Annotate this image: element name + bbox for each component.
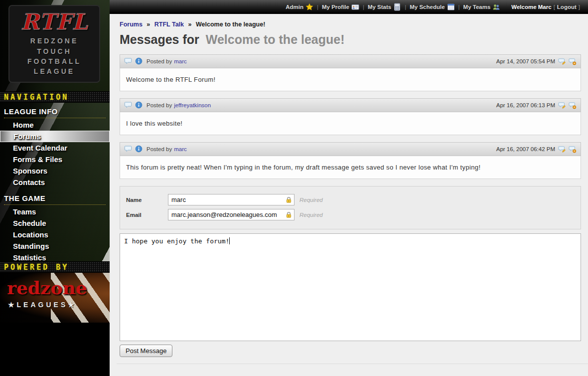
bottom-divider [117,364,588,364]
welcome-user-label: Welcome Marc [511,4,551,10]
footer: Various icons used from the Silk Icons l… [120,372,581,376]
email-label: Email [126,212,168,218]
message-date: Apr 16, 2007 06:42 PM [496,146,555,152]
edit-comment-icon[interactable] [558,57,566,65]
message-body: Welcome to the RTFL Forum! [120,68,581,91]
message-header: Posted by jeffreyatkinson Apr 16, 2007 0… [120,98,581,112]
breadcrumb-forums-link[interactable]: Forums [120,21,143,28]
post-message-button[interactable]: Post Message [120,345,172,357]
topbar-my-stats-link[interactable]: My Stats [368,3,401,11]
sidebar-item-forms-files[interactable]: Forms & Files [0,154,110,165]
sidebar-menu: LEAGUE INFO Home Forums Event Calendar F… [0,103,110,261]
sidebar: RTFL REDZONE TOUCH FOOTBALL LEAGUE NAVIG… [0,0,110,376]
message-textarea[interactable]: I hope you enjoy the forum! [120,233,581,341]
message-post: Posted by jeffreyatkinson Apr 16, 2007 0… [120,98,581,135]
main-content: Forums » RTFL Talk » Welcome to the leag… [110,14,588,376]
message-author-link[interactable]: jeffreyatkinson [174,102,211,108]
sidebar-filler [0,323,110,376]
navigation-led-header: NAVIGATION [0,91,110,103]
page-title: Messages for Welcome to the league! [120,32,581,47]
vcard-icon [351,3,359,11]
logo-line: TOUCH [27,46,81,56]
menu-header-the-game: THE GAME [4,193,106,205]
topbar-admin-link[interactable]: Admin [286,3,313,11]
calculator-icon [393,3,401,11]
message-date: Apr 14, 2007 05:54 PM [496,58,555,64]
delete-comment-icon[interactable] [569,101,577,109]
posted-by-label: Posted by [147,102,172,108]
logout-link[interactable]: Logout [557,4,577,10]
email-input[interactable] [168,209,294,220]
logout-bracket: [ [554,4,555,10]
info-icon[interactable] [135,57,143,66]
logo-line: REDZONE [27,36,81,46]
breadcrumb-rtfl-talk-link[interactable]: RTFL Talk [154,21,184,28]
topbar-my-schedule-link[interactable]: My Schedule [410,3,454,11]
text-caret [229,237,230,244]
sidebar-item-contacts[interactable]: Contacts [0,177,110,188]
message-header: Posted by marc Apr 16, 2007 06:42 PM [120,142,581,156]
redzone-logo-text: redzone [7,279,87,297]
topbar-separator: | [458,4,460,10]
message-header-icons [124,57,143,66]
info-icon[interactable] [135,145,143,154]
comment-icon [124,101,132,110]
message-author-link[interactable]: marc [174,58,187,64]
message-post: Posted by marc Apr 16, 2007 06:42 PM Thi… [120,142,581,179]
comment-icon [124,57,132,66]
breadcrumb: Forums » RTFL Talk » Welcome to the leag… [120,21,581,28]
name-row: Name Required [126,194,575,205]
page: RTFL REDZONE TOUCH FOOTBALL LEAGUE NAVIG… [0,0,588,376]
edit-comment-icon[interactable] [558,145,566,153]
message-author-link[interactable]: marc [174,146,187,152]
redzone-leagues-logo: redzone ★LEAGUES★ [0,273,110,323]
delete-comment-icon[interactable] [569,145,577,153]
message-actions [558,101,577,109]
comment-icon [124,145,132,154]
menu-header-league-info: LEAGUE INFO [4,106,106,118]
topbar: Admin | My Profile | My Stats | My Sched… [110,0,588,14]
post-form: Name Required Email Required [120,186,581,229]
rtfl-logo: RTFL REDZONE TOUCH FOOTBALL LEAGUE [8,5,100,83]
rtfl-logo-text: RTFL [21,11,88,33]
sidebar-item-forums[interactable]: Forums [0,131,110,142]
message-header: Posted by marc Apr 14, 2007 05:54 PM [120,54,581,68]
sidebar-item-locations[interactable]: Locations [0,229,110,240]
sidebar-item-schedule[interactable]: Schedule [0,217,110,229]
message-header-icons [124,101,143,110]
name-input[interactable] [168,194,294,205]
sidebar-field-top: RTFL REDZONE TOUCH FOOTBALL LEAGUE [0,0,110,91]
topbar-my-profile-label: My Profile [322,4,349,10]
logout-bracket: ] [579,4,580,10]
email-input-wrap [168,209,294,220]
sidebar-item-standings[interactable]: Standings [0,240,110,252]
breadcrumb-current: Welcome to the league! [196,21,265,28]
posted-by-label: Posted by [147,58,172,64]
delete-comment-icon[interactable] [569,57,577,65]
message-header-icons [124,145,143,154]
star-icon [305,3,313,11]
lock-icon [285,211,293,221]
footer-line-icons: Various icons used from the Silk Icons l… [120,372,581,376]
name-input-wrap [168,194,294,205]
leagues-logo-text: ★LEAGUES★ [8,301,77,309]
sidebar-item-teams[interactable]: Teams [0,206,110,217]
topbar-my-teams-link[interactable]: My Teams [463,3,501,11]
edit-comment-icon[interactable] [558,101,566,109]
message-actions [558,145,577,153]
schedule-icon [447,3,455,11]
message-textarea-value: I hope you enjoy the forum! [124,237,229,245]
info-icon[interactable] [135,101,143,110]
logo-line: LEAGUE [27,66,81,76]
required-label: Required [299,212,323,218]
message-date: Apr 16, 2007 06:13 PM [496,102,555,108]
required-label: Required [299,197,323,203]
topbar-my-profile-link[interactable]: My Profile [322,3,359,11]
sidebar-item-event-calendar[interactable]: Event Calendar [0,142,110,154]
powered-by-led-header: POWERED BY [0,261,110,273]
message-body: I love this website! [120,112,581,135]
topbar-separator: | [317,4,318,10]
topbar-my-teams-label: My Teams [463,4,491,10]
sidebar-item-sponsors[interactable]: Sponsors [0,165,110,177]
sidebar-item-home[interactable]: Home [0,119,110,131]
